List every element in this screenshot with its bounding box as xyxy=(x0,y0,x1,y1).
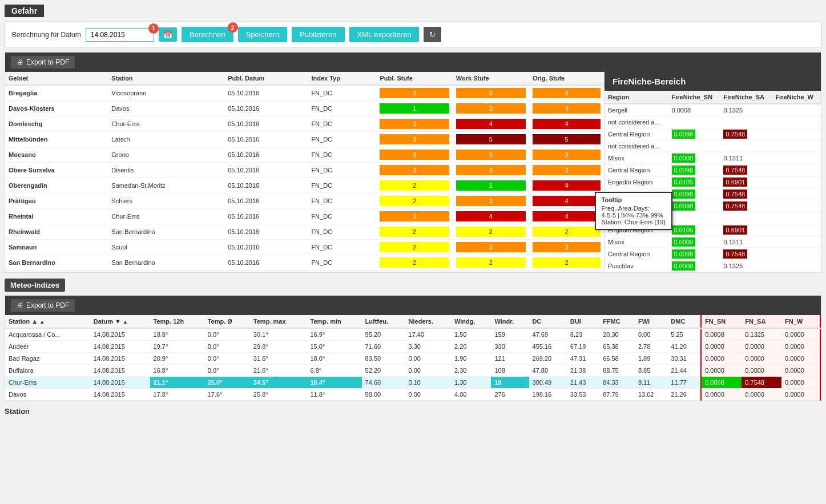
fn-sn-cell: 0.0000 xyxy=(668,236,720,248)
meteo-panel-toolbar: 🖨 Export to PDF xyxy=(5,296,821,315)
table-cell: FN_DC xyxy=(308,224,376,240)
table-cell: 3 xyxy=(529,85,604,101)
table-cell: Chur-Ems xyxy=(108,116,224,132)
table-cell: 2 xyxy=(376,255,452,271)
fn-sa-cell: 0.1311 xyxy=(720,236,772,248)
meteo-cell: 33.53 xyxy=(567,389,599,401)
fire-panel-toolbar: 🖨 Export to PDF xyxy=(5,53,821,72)
meteo-cell: 14.08.2015 xyxy=(90,328,150,341)
berechnen-button[interactable]: Berechnen xyxy=(182,27,233,42)
export-pdf-button-meteo[interactable]: 🖨 Export to PDF xyxy=(11,299,75,312)
fn-w-cell xyxy=(772,164,821,176)
fn-w-meteo-cell: 0.0000 xyxy=(781,365,820,377)
table-cell: 3 xyxy=(376,116,452,132)
table-cell: 2 xyxy=(529,255,604,271)
table-row: Buffalora14.08.201516.8°0.0°21.6°6.8°52.… xyxy=(5,365,820,377)
table-row: Bad Ragaz14.08.201520.9°0.0°31.6°18.0°83… xyxy=(5,353,820,365)
meteo-cell: 5.25 xyxy=(667,328,701,341)
table-row: not considered a... xyxy=(605,116,821,128)
table-row: Obere SurselvaDisentis05.10.2016FN_DC333 xyxy=(5,163,604,178)
export-pdf-button-top[interactable]: 🖨 Export to PDF xyxy=(11,56,75,68)
fn-sa-cell: 0.7548 xyxy=(720,128,772,140)
fn-sa-cell: 0.1325 xyxy=(720,104,772,116)
table-cell: 3 xyxy=(376,85,452,101)
publizieren-button[interactable]: Publizieren xyxy=(292,27,344,42)
table-cell: 3 xyxy=(453,101,529,116)
col-station-sort[interactable]: Station ▲ ▲ xyxy=(5,315,90,328)
fn-sa-meteo-cell: 0.0000 xyxy=(742,365,781,377)
meteo-cell: 18 xyxy=(491,377,529,389)
table-row: Central Region0.00980.7548 xyxy=(605,164,821,176)
table-cell: 3 xyxy=(376,209,452,224)
col-dmc: DMC xyxy=(667,315,701,328)
meteo-cell: 21.43 xyxy=(567,377,599,389)
table-cell: 05.10.2016 xyxy=(224,240,308,255)
fn-w-meteo-cell: 0.0000 xyxy=(781,341,820,353)
meteo-cell: 74.60 xyxy=(362,377,405,389)
table-row: SamnaunScuol05.10.2016FN_DC233 xyxy=(5,240,604,255)
xml-export-button[interactable]: XML exportieren xyxy=(349,27,420,42)
meteo-cell: 67.19 xyxy=(567,341,599,353)
meteo-cell: 21.1° xyxy=(150,377,204,389)
col-fn-sa: FireNiche_SA xyxy=(720,91,772,104)
meteo-cell: 21.38 xyxy=(567,365,599,377)
table-cell: Domleschg xyxy=(5,116,108,132)
fn-sa-cell: 0.7548 xyxy=(720,200,772,212)
meteo-cell: 108 xyxy=(491,365,529,377)
table-row: Chur-Ems14.08.201521.1°25.0°34.5°18.4°74… xyxy=(5,377,820,389)
meteo-cell: 83.50 xyxy=(362,353,405,365)
col-datum-sort[interactable]: Datum ▼ ▲ xyxy=(90,315,150,328)
meteo-title: Meteo-Indizes xyxy=(5,279,65,292)
table-cell: 3 xyxy=(453,85,529,101)
meteo-cell: 17.40 xyxy=(405,328,451,341)
date-input[interactable] xyxy=(86,28,154,42)
calendar-icon-btn[interactable]: 📅 xyxy=(159,27,177,42)
table-cell: 3 xyxy=(529,163,604,178)
table-cell: 1 xyxy=(376,101,452,116)
fn-sn-cell xyxy=(668,140,720,152)
fn-w-cell xyxy=(772,104,821,116)
meteo-cell: 2.30 xyxy=(451,365,491,377)
table-cell: 05.10.2016 xyxy=(224,132,308,147)
meteo-cell: Bad Ragaz xyxy=(5,353,90,365)
right-panel-title: FireNiche-Bereich xyxy=(605,72,821,91)
speichern-button[interactable]: Speichern xyxy=(238,27,288,42)
table-cell: Latsch xyxy=(108,132,224,147)
table-cell: Davos-Klosters xyxy=(5,101,108,116)
table-cell: Vicosoprano xyxy=(108,85,224,101)
table-cell: Disentis xyxy=(108,163,224,178)
table-cell: Bregaglia xyxy=(5,85,108,101)
table-cell: Oberengadin xyxy=(5,178,108,193)
region-cell: Central Region xyxy=(605,128,668,140)
meteo-cell: 14.08.2015 xyxy=(90,341,150,353)
col-lf: Luftfeu. xyxy=(362,315,405,328)
meteo-cell: 159 xyxy=(491,328,529,341)
col-fn-sn: FireNiche_SN xyxy=(668,91,720,104)
fn-sn-cell: 0.0000 xyxy=(668,152,720,164)
date-label: Berechnung für Datum xyxy=(12,31,81,39)
fn-w-cell xyxy=(772,140,821,152)
meteo-cell: 11.8° xyxy=(307,389,362,401)
table-cell: Andeer xyxy=(108,271,224,272)
meteo-section: Meteo-Indizes 🖨 Export to PDF Station ▲ … xyxy=(5,279,821,401)
fn-w-meteo-cell: 0.0000 xyxy=(781,377,820,389)
col-wg: Windg. xyxy=(451,315,491,328)
refresh-button[interactable]: ↻ xyxy=(424,27,441,42)
fn-sn-cell: 0.0098 xyxy=(668,128,720,140)
meteo-cell: Acquarossa / Co... xyxy=(5,328,90,341)
station-footer-label: Station xyxy=(5,407,821,416)
col-wr: Windr. xyxy=(491,315,529,328)
fn-w-cell xyxy=(772,128,821,140)
table-row: DomleschgChur-Ems05.10.2016FN_DC344 xyxy=(5,116,604,132)
region-cell: Engadin Region xyxy=(605,176,668,188)
meteo-cell: 31.6° xyxy=(250,353,307,365)
fn-sa-cell xyxy=(720,212,772,224)
table-cell: 2 xyxy=(376,193,452,209)
meteo-cell: 16.9° xyxy=(307,328,362,341)
table-cell: FN_DC xyxy=(308,163,376,178)
meteo-cell: 455.16 xyxy=(529,341,567,353)
left-table-wrapper: Gebiet Station Publ. Datum Index Typ Pub… xyxy=(5,72,604,272)
fire-table: Gebiet Station Publ. Datum Index Typ Pub… xyxy=(5,72,604,272)
fn-sa-cell: 0.1311 xyxy=(720,152,772,164)
col-fwi: FWI xyxy=(635,315,667,328)
